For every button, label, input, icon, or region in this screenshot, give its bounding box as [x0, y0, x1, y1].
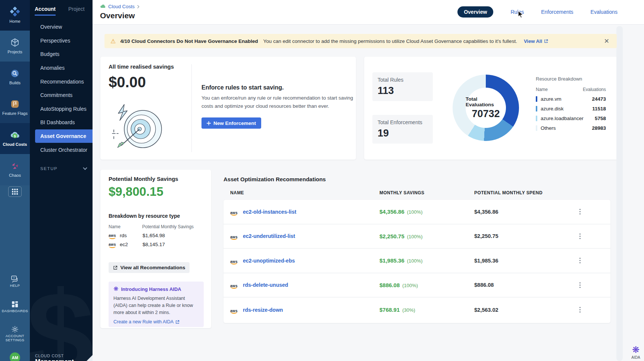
warning-icon: ⚠ — [110, 38, 116, 45]
enforce-cta-title: Enforce rules to start saving. — [201, 84, 284, 91]
monthly-savings: $768.91 — [379, 307, 400, 313]
rail-item-feature-flags[interactable]: Feature Flags — [0, 92, 30, 123]
new-enforcement-button[interactable]: New Enforcement — [201, 117, 261, 129]
row-menu-button[interactable] — [576, 206, 584, 217]
aws-icon: aws — [230, 209, 239, 215]
row-menu-button[interactable] — [576, 230, 584, 242]
donut-center: Total Evaluations 70732 — [466, 88, 506, 128]
banner-text: You can edit connector to add the missin… — [263, 38, 517, 44]
recommendation-link[interactable]: rds-delete-unused — [243, 282, 288, 288]
cloud-costs-icon: $ — [10, 131, 20, 140]
breadcrumb[interactable]: Cloud Costs — [100, 4, 140, 9]
recommendation-link[interactable]: ec2-underutilized-list — [243, 233, 295, 239]
aws-icon: aws — [230, 282, 239, 288]
tab-enforcements[interactable]: Enforcements — [541, 9, 573, 15]
rail-item-account-settings[interactable]: ACCOUNT SETTINGS — [0, 326, 30, 342]
sidebar-item-perspectives[interactable]: Perspectives — [30, 34, 93, 48]
enforce-cta-body: You can enforce/run any rule or rule rec… — [201, 94, 358, 110]
close-icon[interactable]: ✕ — [603, 37, 611, 45]
rail-item-chaos[interactable]: Chaos — [0, 154, 30, 185]
total-enforcements-value: 19 — [378, 128, 428, 139]
cloud-costs-sidebar: Account Project Overview Perspectives Bu… — [30, 0, 93, 361]
recommendation-link[interactable]: ec2-unoptimized-ebs — [243, 258, 295, 264]
evaluations-donut: Total Evaluations 70732 — [453, 75, 519, 141]
aida-fab-button[interactable]: ❋ AIDA — [628, 345, 644, 360]
table-row[interactable]: aws ec2-underutilized-list $2,250.75(100… — [223, 225, 610, 249]
breakdown-row: aws ec2 $8,145.17 — [109, 241, 165, 247]
recommendation-link[interactable]: ec2-old-instances-list — [243, 209, 296, 215]
target-dart-illustration — [110, 102, 166, 154]
svg-text:$: $ — [14, 134, 16, 138]
potential-spend: $2,250.75 — [474, 233, 498, 239]
row-menu-button[interactable] — [576, 255, 584, 266]
rail-item-home[interactable]: Home — [0, 0, 30, 31]
aws-icon: aws — [230, 258, 239, 264]
monthly-savings: $4,356.86 — [379, 208, 404, 215]
module-switcher-button[interactable] — [8, 186, 22, 197]
savings-value: $0.00 — [109, 74, 146, 91]
sidebar-item-commitments[interactable]: Commitments — [30, 88, 93, 102]
view-all-recommendations-button[interactable]: View all Recommendations — [109, 262, 190, 273]
table-row[interactable]: aws rds-resize-down $768.91(30%) $2,563.… — [223, 298, 610, 322]
user-avatar[interactable]: AM — [10, 352, 20, 361]
savings-percent: (100%) — [407, 209, 423, 215]
view-all-recommendations-label: View all Recommendations — [121, 265, 185, 270]
table-row[interactable]: aws rds-delete-unused $886.08(100%) $886… — [223, 273, 610, 298]
savings-percent: (30%) — [402, 307, 415, 313]
rail-item-projects[interactable]: Projects — [0, 31, 30, 62]
rail-item-label: Chaos — [9, 173, 21, 178]
rail-item-dashboards[interactable]: DASHBOARDS — [0, 301, 30, 313]
sidebar-item-overview[interactable]: Overview — [30, 20, 93, 34]
page-title: Overview — [100, 11, 135, 20]
savings-percent: (100%) — [407, 258, 423, 264]
sidebar-item-asset-governance[interactable]: Asset Governance — [35, 129, 93, 143]
legend-value-col: Evaluations — [583, 87, 606, 92]
sidebar-item-budgets[interactable]: Budgets — [30, 47, 93, 61]
tab-project[interactable]: Project — [68, 6, 85, 16]
tab-overview[interactable]: Overview — [457, 6, 493, 18]
rail-item-label: DASHBOARDS — [2, 309, 28, 313]
create-rule-with-aida-link[interactable]: Create a new Rule with AIDA — [113, 319, 199, 324]
chaos-icon — [10, 161, 19, 171]
row-menu-button[interactable] — [576, 304, 584, 316]
sidebar-item-bi-dashboards[interactable]: BI Dashboards — [30, 116, 93, 129]
legend-chip — [536, 96, 537, 102]
sidebar-collapse-handle[interactable] — [87, 355, 93, 361]
potential-savings-card: Potential Monthly Savings $9,800.15 Brea… — [100, 170, 211, 328]
gear-icon — [11, 326, 19, 334]
rail-item-label: Cloud Costs — [3, 142, 27, 147]
sidebar-item-cluster-orchestrator[interactable]: Cluster Orchestrator — [30, 143, 93, 157]
sidebar-item-anomalies[interactable]: Anomalies — [30, 61, 93, 75]
create-rule-with-aida-label: Create a new Rule with AIDA — [113, 319, 173, 324]
tab-evaluations[interactable]: Evaluations — [591, 9, 618, 15]
sidebar-footer: CLOUD COST Management — [35, 354, 74, 361]
rail-item-help[interactable]: ? HELP — [0, 275, 30, 288]
rail-item-label: Builds — [9, 81, 21, 85]
total-rules-stat: Total Rules 113 — [372, 72, 433, 101]
sidebar-item-recommendations[interactable]: Recommendations — [30, 75, 93, 88]
view-all-link[interactable]: View All — [524, 38, 548, 44]
tab-account[interactable]: Account — [35, 6, 56, 16]
row-menu-button[interactable] — [576, 279, 584, 291]
rail-item-builds[interactable]: Builds — [0, 62, 30, 92]
governance-warning-banner: ⚠ 4/10 Cloud Connectors Do Not Have Gove… — [104, 34, 617, 48]
table-row[interactable]: aws ec2-unoptimized-ebs $1,985.36(100%) … — [223, 249, 610, 273]
tab-rules[interactable]: Rules — [510, 9, 524, 15]
rail-item-label: ACCOUNT SETTINGS — [3, 334, 26, 342]
rail-item-cloud-costs[interactable]: $ Cloud Costs — [0, 123, 30, 154]
potential-spend: $1,985.36 — [474, 258, 498, 264]
sidebar-item-autostopping-rules[interactable]: AutoStopping Rules — [30, 102, 93, 116]
recommendation-link[interactable]: rds-resize-down — [243, 307, 283, 313]
monthly-savings: $2,250.75 — [379, 233, 404, 239]
legend-chip — [536, 106, 537, 112]
table-row[interactable]: aws ec2-old-instances-list $4,356.86(100… — [223, 200, 610, 225]
sidebar-setup-toggle[interactable]: SETUP — [40, 166, 87, 171]
rail-item-label: HELP — [10, 283, 20, 288]
aida-flower-icon: ❋ — [632, 345, 640, 354]
legend-row: azure.disk 11518 — [536, 106, 606, 112]
new-enforcement-label: New Enforcement — [213, 120, 256, 126]
scrollbar-track[interactable] — [616, 26, 623, 361]
view-all-label: View All — [524, 38, 542, 44]
card-divider — [191, 64, 192, 152]
legend-row: azure.vm 24473 — [536, 96, 606, 102]
